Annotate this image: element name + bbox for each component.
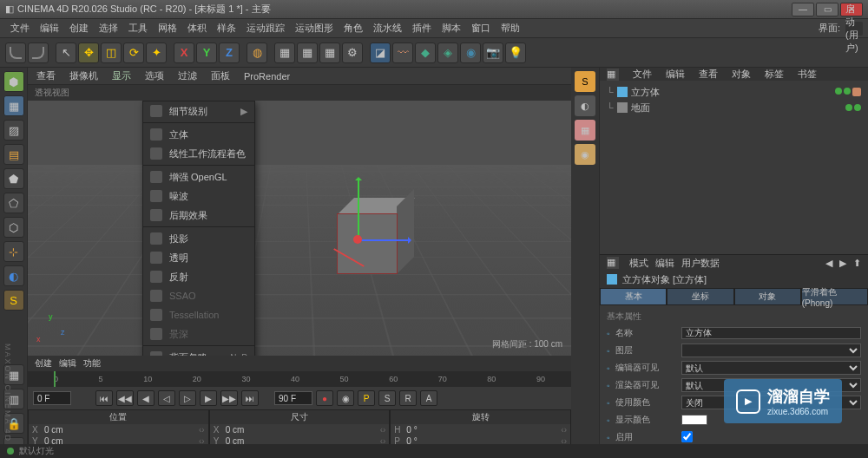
tweak-mode[interactable]: ◐	[3, 265, 24, 286]
am-icon[interactable]: ▦	[607, 257, 619, 269]
menu-spline[interactable]: 样条	[212, 22, 241, 35]
minimize-button[interactable]: —	[792, 3, 814, 16]
quick-snap[interactable]: S	[575, 71, 595, 92]
menu-character[interactable]: 角色	[339, 22, 368, 35]
mat-create[interactable]: 创建	[35, 357, 52, 370]
menu-volume[interactable]: 体积	[182, 22, 212, 35]
object-tree[interactable]: └ 立方体 └ 地面	[600, 81, 868, 254]
render-settings[interactable]: ⚙	[342, 43, 363, 63]
render-region[interactable]: ▦	[297, 43, 318, 63]
subtab-object[interactable]: 对象	[734, 288, 801, 305]
am-edit[interactable]: 编辑	[655, 257, 674, 270]
menu-help[interactable]: 帮助	[496, 22, 525, 35]
menu-mesh[interactable]: 网格	[153, 22, 182, 35]
play-forward[interactable]: ▷	[179, 390, 196, 406]
redo-button[interactable]	[28, 43, 49, 63]
coord-row[interactable]: X0 cm‹›	[210, 424, 390, 435]
render-pv[interactable]: ▦	[319, 43, 340, 63]
menu-item-细节级别[interactable]: 细节级别▶	[143, 101, 254, 121]
autokey[interactable]: ◉	[337, 390, 354, 406]
subtab-phong[interactable]: 平滑着色(Phong)	[801, 288, 868, 305]
om-objects[interactable]: 对象	[728, 68, 754, 81]
texture-mode[interactable]: ▨	[3, 120, 24, 141]
move-tool[interactable]: ✥	[78, 43, 99, 63]
viewport-3d[interactable]: y z x 网格间距 : 100 cm 细节级别▶立体线性工作流程着色增强 Op…	[28, 101, 571, 356]
om-view[interactable]: 查看	[695, 68, 721, 81]
menu-item-增强-OpenGL[interactable]: 增强 OpenGL	[143, 167, 254, 186]
am-back[interactable]: ◀	[825, 258, 832, 269]
menu-create[interactable]: 创建	[64, 22, 94, 35]
edge-mode[interactable]: ⬠	[3, 193, 24, 213]
render-view[interactable]: ▦	[274, 43, 295, 63]
coord-row[interactable]: X0 cm‹›	[29, 424, 208, 435]
key-param[interactable]: A	[420, 390, 437, 406]
next-key[interactable]: ▶▶	[220, 390, 238, 406]
key-scale[interactable]: S	[378, 390, 396, 406]
menu-item-透明[interactable]: 透明	[143, 248, 254, 267]
menu-script[interactable]: 脚本	[437, 22, 466, 35]
add-deformer[interactable]: ◈	[437, 43, 458, 63]
scale-tool[interactable]: ◫	[101, 43, 122, 63]
prev-key[interactable]: ◀◀	[116, 390, 134, 406]
vp-camera[interactable]: 摄像机	[66, 69, 102, 82]
menu-item-线性工作流程着色[interactable]: 线性工作流程着色	[143, 144, 254, 163]
cube-object[interactable]	[337, 213, 398, 274]
subtab-coord[interactable]: 坐标	[667, 288, 733, 305]
coord-row[interactable]: H0 °‹›	[391, 424, 570, 435]
rotate-tool[interactable]: ⟳	[123, 43, 144, 63]
menu-mograph[interactable]: 运动图形	[290, 22, 339, 35]
menu-window[interactable]: 窗口	[466, 22, 496, 35]
goto-end[interactable]: ⏭	[241, 390, 259, 406]
menu-file[interactable]: 文件	[5, 22, 35, 35]
polygon-mode[interactable]: ⬡	[3, 217, 24, 238]
timeline-ruler[interactable]: 05102030405060708090	[28, 371, 571, 387]
menu-pipeline[interactable]: 流水线	[368, 22, 407, 35]
om-tags[interactable]: 标签	[761, 68, 787, 81]
workplane-mode[interactable]: ▤	[3, 144, 24, 165]
play-backward[interactable]: ◁	[158, 390, 175, 406]
subtab-basic[interactable]: 基本	[600, 288, 667, 305]
x-axis-lock[interactable]: X	[174, 43, 194, 63]
quick-grid[interactable]: ▦	[575, 120, 595, 141]
quick-soft[interactable]: ◐	[575, 95, 595, 116]
vp-display[interactable]: 显示	[108, 69, 135, 82]
menu-select[interactable]: 选择	[94, 22, 123, 35]
next-frame[interactable]: ▶	[200, 390, 217, 406]
am-fwd[interactable]: ▶	[839, 258, 846, 269]
menu-tools[interactable]: 工具	[123, 22, 153, 35]
add-spline[interactable]: 〰	[392, 43, 413, 63]
am-userdata[interactable]: 用户数据	[681, 257, 720, 270]
menu-motiontrack[interactable]: 运动跟踪	[241, 22, 290, 35]
layout-selector[interactable]: 启动 (用户)	[845, 22, 863, 36]
maximize-button[interactable]: ▭	[816, 3, 838, 16]
make-editable[interactable]: ⬢	[3, 71, 24, 92]
key-pos[interactable]: P	[358, 390, 375, 406]
gizmo-y-axis[interactable]	[358, 179, 359, 239]
key-rot[interactable]: R	[399, 390, 417, 406]
frame-current[interactable]	[33, 391, 71, 405]
add-cube[interactable]: ◪	[370, 43, 391, 63]
am-up[interactable]: ⬆	[853, 258, 861, 269]
object-row-cube[interactable]: └ 立方体	[607, 84, 861, 100]
menu-item-反射[interactable]: 反射	[143, 267, 254, 286]
attr-select[interactable]	[681, 344, 861, 357]
quick-mat[interactable]: ◉	[575, 144, 595, 165]
recent-tool[interactable]: ✦	[146, 43, 167, 63]
menu-item-噪波[interactable]: 噪波	[143, 186, 254, 206]
menu-item-后期效果[interactable]: 后期效果	[143, 206, 254, 225]
prev-frame[interactable]: ◀	[137, 390, 155, 406]
axis-mode[interactable]: ⊹	[3, 241, 24, 262]
om-file[interactable]: 文件	[629, 68, 655, 81]
object-row-floor[interactable]: └ 地面	[607, 100, 861, 115]
menu-item-立体[interactable]: 立体	[143, 125, 254, 144]
gizmo-center[interactable]	[353, 235, 362, 244]
vp-filter[interactable]: 过滤	[174, 69, 201, 82]
attr-checkbox[interactable]	[681, 431, 693, 442]
goto-start[interactable]: ⏮	[95, 390, 113, 406]
menu-edit[interactable]: 编辑	[35, 22, 64, 35]
y-axis-lock[interactable]: Y	[196, 43, 217, 63]
record-key[interactable]: ●	[316, 390, 333, 406]
attr-color-swatch[interactable]	[681, 415, 707, 425]
add-generator[interactable]: ◆	[415, 43, 436, 63]
am-mode[interactable]: 模式	[629, 257, 648, 270]
